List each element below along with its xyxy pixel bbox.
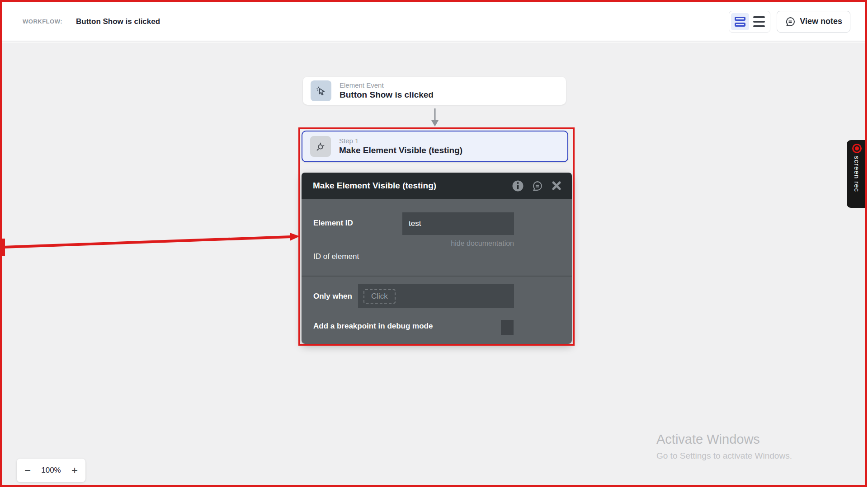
breakpoint-label: Add a breakpoint in debug mode [313,322,433,331]
only-when-label: Only when [313,292,352,301]
workflow-editor: WORKFLOW: Button Show is clicked View no… [0,0,868,488]
activate-windows-watermark: Activate Windows Go to Settings to activ… [656,432,792,461]
cursor-click-icon [311,80,331,101]
watermark-subtitle: Go to Settings to activate Windows. [656,451,792,461]
workflow-label: WORKFLOW: [23,18,62,25]
notes-bubble-icon [785,16,796,27]
step-node-text: Step 1 Make Element Visible (testing) [339,137,462,156]
dialog-header-icons [511,179,563,192]
list-view-icon [753,16,765,27]
cards-view-icon [735,17,745,27]
info-icon[interactable] [511,179,524,192]
dialog-body: Element ID hide documentation ID of elem… [302,199,572,344]
zoom-out-button[interactable]: − [24,465,31,476]
plug-icon [310,136,331,157]
dialog-divider [302,276,572,277]
element-id-input[interactable] [402,212,514,235]
list-view-button[interactable] [750,13,768,30]
element-id-help-text: ID of element [313,252,359,261]
workflow-name: Button Show is clicked [76,17,160,26]
screenrec-label: screen rec [853,156,861,192]
view-notes-button[interactable]: View notes [777,11,850,33]
cards-view-button[interactable] [731,13,749,30]
breakpoint-checkbox[interactable] [501,320,514,335]
step-node-kind: Step 1 [339,137,462,145]
element-id-label: Element ID [313,219,353,228]
event-node-text: Element Event Button Show is clicked [340,81,434,100]
watermark-title: Activate Windows [656,432,792,447]
action-properties-dialog: Make Element Visible (testing) [302,173,572,344]
dialog-header[interactable]: Make Element Visible (testing) [302,173,572,199]
event-node[interactable]: Element Event Button Show is clicked [303,77,566,105]
screenrec-tab[interactable]: screen rec [847,140,867,208]
view-toggle-group [729,11,770,33]
event-node-title: Button Show is clicked [340,90,434,100]
zoom-in-button[interactable]: + [71,465,78,476]
annotation-arrow [2,231,301,257]
dialog-title: Make Element Visible (testing) [313,181,436,191]
step-node-title: Make Element Visible (testing) [339,145,462,156]
workflow-canvas[interactable]: Element Event Button Show is clicked [2,42,865,486]
zoom-control: − 100% + [17,459,85,482]
only-when-placeholder[interactable]: Click [363,289,396,304]
view-notes-label: View notes [800,17,842,26]
zoom-level: 100% [41,466,61,475]
workflow-header: WORKFLOW: Button Show is clicked View no… [2,2,865,42]
connector-arrow-icon [429,108,441,127]
record-icon [852,144,862,153]
close-icon[interactable] [550,179,563,192]
step-node[interactable]: Step 1 Make Element Visible (testing) [302,131,568,162]
hide-documentation-link[interactable]: hide documentation [451,239,514,248]
comment-icon[interactable] [531,179,543,192]
header-controls: View notes [729,11,850,33]
event-node-kind: Element Event [340,81,434,89]
only-when-input[interactable]: Click [358,284,514,308]
